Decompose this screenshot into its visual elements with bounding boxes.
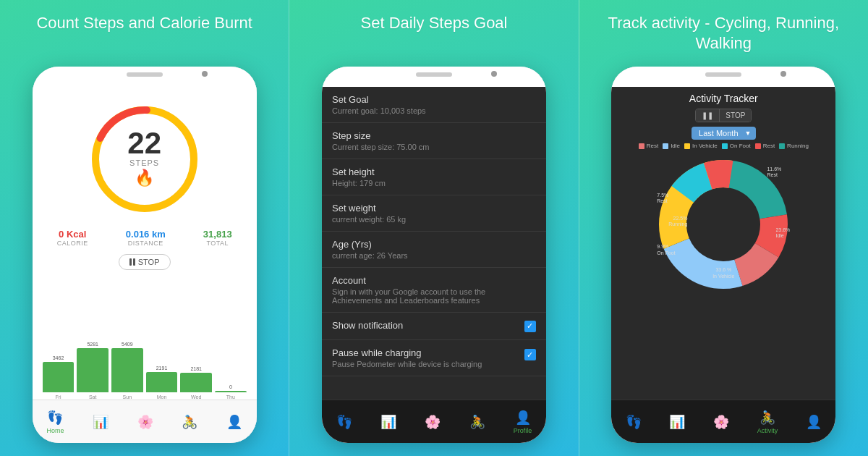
settings-screen: Set Goal Current goal: 10,003 steps Step…	[322, 87, 546, 400]
legend-vehicle-label: In Vehicle	[692, 143, 718, 149]
phone-camera-2	[491, 71, 497, 77]
bar-sun-day: Sun	[123, 394, 132, 400]
nav-bar-1: 👣 Home 📊 🌸 🚴 👤	[33, 400, 257, 443]
legend-onfoot-dot	[722, 143, 728, 149]
label-onfoot: 9.9%On Foot	[657, 244, 675, 256]
steps-label: STEPS	[127, 159, 161, 167]
stats-icon: 📊	[93, 414, 109, 430]
setting-weight-value: current weight: 65 kg	[332, 215, 536, 224]
steps-ring: 22 STEPS 🔥	[87, 101, 203, 217]
nav-stats[interactable]: 📊	[93, 414, 109, 430]
total-label: TOTAL	[203, 240, 232, 247]
calorie-stat: 0 Kcal CALORIE	[57, 229, 88, 247]
nav-3-activity[interactable]: 🚴 Activity	[757, 410, 778, 434]
nav-3-flower[interactable]: 🌸	[713, 414, 729, 430]
nav-2-profile[interactable]: 👤 Profile	[514, 410, 532, 434]
setting-goal[interactable]: Set Goal Current goal: 10,003 steps	[322, 87, 546, 123]
notification-checkbox[interactable]: ✓	[524, 321, 536, 332]
setting-charging-value: Pause Pedometer while device is charging	[332, 360, 482, 368]
stop-ctrl-label: STOP	[726, 111, 745, 119]
setting-stepsize-value: Current step size: 75.00 cm	[332, 143, 536, 151]
setting-stepsize-title: Step size	[332, 130, 536, 141]
activity-tracker-title: Activity Tracker	[689, 93, 758, 104]
calorie-value: 0 Kcal	[57, 229, 88, 240]
label-rest: 11.6%Rest	[767, 166, 781, 179]
setting-notification[interactable]: Show notification ✓	[322, 313, 546, 340]
nav-flower[interactable]: 🌸	[137, 414, 153, 430]
bar-sat-day: Sat	[89, 394, 97, 400]
nav2-flower-icon: 🌸	[425, 414, 441, 430]
nav-3-profile[interactable]: 👤	[806, 414, 822, 430]
total-stat: 31,813 TOTAL	[203, 229, 232, 247]
stats-row: 0 Kcal CALORIE 0.016 km DISTANCE 31,813 …	[38, 229, 251, 247]
nav-bar-3: 👣 📊 🌸 🚴 Activity 👤	[611, 400, 835, 443]
nav3-activity-label: Activity	[757, 427, 778, 434]
phone-camera-3	[780, 71, 786, 77]
donut-chart: 22.5%Running 11.6%Rest 23.6%Idle 33.6 %I…	[651, 152, 796, 297]
nav-2-cycle[interactable]: 🚴	[469, 414, 485, 430]
setting-weight[interactable]: Set weight current weight: 65 kg	[322, 195, 546, 232]
legend-rest: Rest	[639, 143, 658, 149]
setting-age[interactable]: Age (Yrs) current age: 26 Years	[322, 232, 546, 268]
stop-ctrl-btn[interactable]: STOP	[720, 109, 751, 122]
legend-vehicle-dot	[684, 143, 690, 149]
pause-ctrl-btn[interactable]: ❚❚	[696, 109, 720, 122]
bar-wed-val: 2181	[190, 366, 202, 371]
bar-mon-day: Mon	[157, 394, 167, 400]
setting-height-value: Height: 179 cm	[332, 179, 536, 187]
play-stop-controls: ❚❚ STOP	[695, 109, 752, 122]
legend-idle-dot	[663, 143, 668, 149]
legend-onfoot-label: On Foot	[730, 143, 751, 149]
bar-fri: 3462 Fri	[43, 342, 75, 400]
nav3-foot-icon: 👣	[626, 414, 642, 430]
setting-account-value: Sign in with your Google account to use …	[332, 287, 536, 305]
bar-wed: 2181 Wed	[180, 342, 212, 400]
panel-steps-calories: Count Steps and Calorie Burnt	[0, 0, 289, 456]
period-dropdown[interactable]: Last Month ▼	[692, 127, 755, 140]
step-bar-chart: 3462 Fri 5281 Sat 5409 Sun	[38, 276, 251, 400]
phone-speaker-3	[705, 72, 741, 77]
nav2-profile-icon: 👤	[515, 410, 531, 426]
distance-stat: 0.016 km DISTANCE	[126, 229, 166, 247]
setting-account[interactable]: Account Sign in with your Google account…	[322, 268, 546, 313]
nav-profile[interactable]: 👤	[226, 414, 242, 430]
phone-1: 22 STEPS 🔥 0 Kcal CALORIE 0.016 km DISTA…	[33, 67, 257, 443]
bar-thu-day: Thu	[226, 394, 235, 400]
bars-container: 3462 Fri 5281 Sat 5409 Sun	[43, 342, 247, 400]
panel-goal: Set Daily Steps Goal Set Goal Current go…	[289, 0, 579, 456]
nav-2-flower[interactable]: 🌸	[425, 414, 441, 430]
setting-weight-title: Set weight	[332, 203, 536, 214]
nav-3-stats[interactable]: 📊	[669, 414, 685, 430]
phone-camera-1	[202, 71, 208, 77]
nav-cycle[interactable]: 🚴	[182, 414, 197, 430]
setting-height[interactable]: Set height Height: 179 cm	[322, 159, 546, 195]
nav-2-home[interactable]: 👣	[336, 414, 352, 430]
setting-age-title: Age (Yrs)	[332, 239, 536, 250]
bar-mon: 2191 Mon	[146, 342, 178, 400]
nav2-stats-icon: 📊	[380, 414, 396, 430]
setting-charging[interactable]: Pause while charging Pause Pedometer whi…	[322, 340, 546, 376]
legend-rest2: Rest	[755, 143, 775, 149]
nav-home[interactable]: 👣 Home	[46, 410, 64, 434]
bar-fri-day: Fri	[55, 394, 61, 400]
calorie-label: CALORIE	[57, 240, 88, 247]
setting-stepsize[interactable]: Step size Current step size: 75.00 cm	[322, 123, 546, 159]
activity-screen: Activity Tracker ❚❚ STOP Last Month ▼	[611, 87, 835, 400]
bar-sat: 5281 Sat	[77, 342, 109, 400]
nav-3-home[interactable]: 👣	[626, 414, 642, 430]
label-vehicle: 33.6 %In Vehicle	[712, 267, 734, 279]
flower-icon: 🌸	[137, 414, 153, 430]
panel-2-title: Set Daily Steps Goal	[361, 13, 508, 56]
panel-1-title: Count Steps and Calorie Burnt	[36, 13, 252, 56]
total-value: 31,813	[203, 229, 232, 240]
stop-button[interactable]: STOP	[119, 254, 171, 270]
phone-2: Set Goal Current goal: 10,003 steps Step…	[322, 67, 546, 443]
nav2-cycle-icon: 🚴	[469, 414, 485, 430]
nav-home-label: Home	[46, 427, 64, 434]
charging-checkbox[interactable]: ✓	[524, 349, 536, 360]
flame-icon: 🔥	[127, 169, 161, 187]
phone-top-3	[611, 67, 835, 87]
setting-account-title: Account	[332, 275, 536, 286]
nav-2-stats[interactable]: 📊	[380, 414, 396, 430]
nav3-stats-icon: 📊	[669, 414, 685, 430]
